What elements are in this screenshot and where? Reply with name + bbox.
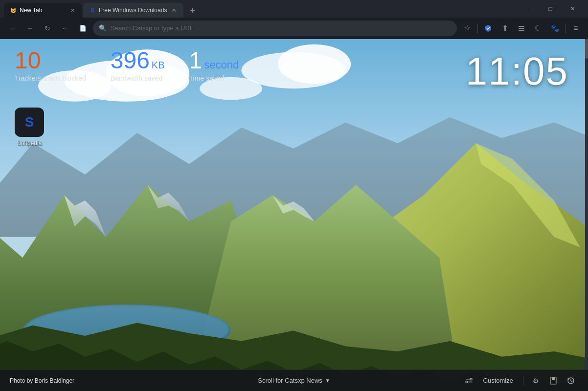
scroll-news-button[interactable]: Scroll for Catsxp News ▼ [258,377,330,384]
reader-mode-button[interactable]: 📄 [75,21,90,36]
bandwidth-label: Bandwidth saved [111,74,165,82]
minimize-button[interactable]: ─ [517,0,539,18]
stats-bar: 10 Trackers & ads blocked 396 KB Bandwid… [15,49,239,82]
bottom-right-controls: Customize ⚙ [462,373,578,388]
search-icon: 🔍 [99,24,107,32]
settings-icon[interactable]: ⚙ [528,373,543,388]
reload-button[interactable]: ↻ [40,21,55,36]
scroll-news-arrow-icon: ▼ [325,378,330,383]
divider-1 [477,23,478,33]
cursor-icon[interactable]: ⬆ [498,21,512,36]
trackers-stat: 10 Trackers & ads blocked [15,49,86,82]
svg-rect-0 [519,26,524,27]
paw-icon[interactable]: 🐾 [547,21,562,36]
bandwidth-stat: 396 KB Bandwidth saved [111,49,165,82]
new-tab-page: 10 Trackers & ads blocked 396 KB Bandwid… [0,39,588,391]
photo-credit: Photo by Boris Baldinger [10,377,74,384]
moon-icon[interactable]: ☾ [531,21,545,36]
close-button[interactable]: ✕ [562,0,584,18]
svg-rect-2 [519,30,524,31]
toolbar-icons: ☆ ⬆ ☾ 🐾 ≡ [460,21,583,36]
tab-title-softpedia: Free Windows Downloads [99,7,167,14]
customize-button[interactable]: Customize [478,375,518,386]
menu-icon[interactable]: ≡ [568,21,583,36]
tab-title-new-tab: New Tab [20,7,66,14]
clock: 11:05 [466,49,568,94]
window-controls: ─ □ ✕ [517,0,584,18]
save-layout-icon[interactable] [546,373,561,388]
trackers-value: 10 [15,49,86,72]
maximize-button[interactable]: □ [539,0,562,18]
bookmark-softpedia[interactable]: S Softpedia [15,108,44,147]
tab-close-softpedia[interactable]: ✕ [170,6,178,14]
tab-favicon-softpedia: S [89,7,96,14]
titlebar: 🐱 New Tab ✕ S Free Windows Downloads ✕ +… [0,0,588,18]
bookmark-label-softpedia: Softpedia [17,140,42,147]
new-tab-button[interactable]: + [185,4,199,18]
trackers-label: Trackers & ads blocked [15,74,86,82]
toolbar: ← → ↻ ⤺ 📄 🔍 ☆ ⬆ ☾ 🐾 ≡ [0,18,588,39]
bottom-bar: Photo by Boris Baldinger Scroll for Cats… [0,369,588,391]
scroll-thumb[interactable] [585,39,588,59]
stacks-icon[interactable] [514,21,529,36]
bookmarks-section: S Softpedia [15,108,44,147]
scrollbar[interactable] [585,39,588,369]
bookmark-icon-softpedia: S [15,108,44,137]
divider-2 [565,23,565,33]
svg-rect-24 [468,381,473,382]
bottom-divider [523,376,523,386]
time-stat: 1 second Time saved [189,49,239,82]
tab-strip: 🐱 New Tab ✕ S Free Windows Downloads ✕ + [4,0,517,18]
sliders-icon[interactable] [462,373,476,388]
customize-section: Customize [462,373,518,388]
time-value: 1 second [189,49,239,72]
svg-point-23 [470,378,472,380]
svg-rect-1 [519,28,524,29]
forward-button[interactable]: → [23,21,37,36]
svg-point-8 [278,44,351,84]
svg-point-25 [466,381,468,383]
time-label: Time saved [189,74,239,82]
bookmark-icon[interactable]: ☆ [460,21,475,36]
svg-rect-27 [552,377,555,380]
address-bar[interactable]: 🔍 [93,21,457,36]
tab-new-tab[interactable]: 🐱 New Tab ✕ [4,3,82,18]
tab-close-new-tab[interactable]: ✕ [68,6,76,14]
tab-softpedia[interactable]: S Free Windows Downloads ✕ [83,3,183,18]
shield-icon[interactable] [481,21,496,36]
reload-alt-button[interactable]: ⤺ [58,21,72,36]
bandwidth-value: 396 KB [111,49,165,72]
back-button[interactable]: ← [5,21,20,36]
tab-favicon-new-tab: 🐱 [10,7,17,14]
address-input[interactable] [111,24,451,32]
history-icon[interactable] [564,373,578,388]
